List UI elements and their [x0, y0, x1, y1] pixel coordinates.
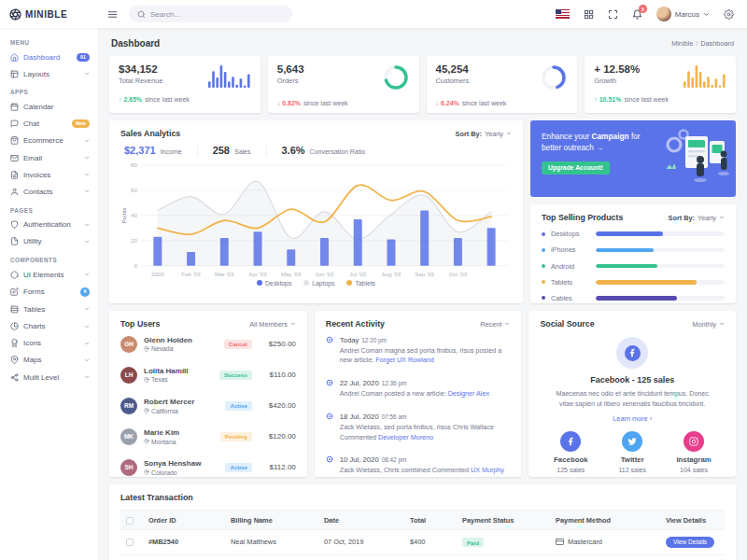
- social-source-title: Social Source: [540, 319, 594, 329]
- activity-link[interactable]: Developer Moreno: [378, 433, 433, 441]
- user-menu[interactable]: Marcus: [656, 7, 710, 21]
- social-filter-dropdown[interactable]: Monthly: [692, 320, 725, 329]
- map-pin-icon: [144, 346, 149, 352]
- sales-sort-dropdown[interactable]: Sort By: Yearly: [456, 130, 512, 138]
- sales-value: 258: [213, 145, 230, 156]
- user-name: Sonya Henshaw: [144, 459, 218, 468]
- sidebar-item-tables[interactable]: Tables: [0, 301, 98, 317]
- view-details-button[interactable]: View Details: [666, 537, 714, 549]
- user-amount: $120.00: [259, 432, 296, 441]
- sidebar-item-ecommerce[interactable]: Ecommerce: [0, 133, 98, 149]
- sidebar-item-multi-level[interactable]: Multi Level: [0, 369, 98, 385]
- chevron-down-icon: [84, 155, 90, 161]
- select-all-checkbox[interactable]: [126, 517, 134, 525]
- legend-desktops[interactable]: Desktops: [257, 280, 291, 287]
- sales-analytics-chart: 020406080Points2003Feb '03Mar '03Apr '03…: [120, 160, 512, 279]
- sidebar-item-charts[interactable]: Charts: [0, 317, 98, 334]
- legend-tablets[interactable]: Tablets: [346, 280, 375, 287]
- sidebar-item-maps[interactable]: Maps: [0, 352, 98, 369]
- activity-link[interactable]: Forget UX Rowland: [375, 356, 434, 364]
- chevron-down-icon: [84, 189, 90, 194]
- file-icon: [10, 237, 19, 245]
- status-badge: Active: [225, 463, 251, 472]
- sidebar-item-label: Calendar: [23, 103, 90, 111]
- search-input[interactable]: [150, 10, 276, 19]
- product-row-iphones: iPhones: [542, 245, 725, 254]
- activity-link[interactable]: UX Murphy: [471, 466, 504, 474]
- sidebar-item-authentication[interactable]: Authentication: [0, 217, 98, 233]
- stat-value: 5,643: [277, 63, 304, 75]
- sidebar-item-email[interactable]: Email: [0, 149, 98, 166]
- sidebar-item-contacts[interactable]: Contacts: [0, 183, 98, 200]
- main-content: Dashboard Minible/Dashboard $34,152 Tota…: [98, 28, 747, 560]
- column-header: Payment Method: [550, 511, 660, 530]
- stat-note: since last week: [462, 100, 506, 106]
- stat-note: since last week: [624, 96, 668, 103]
- top-selling-sort-dropdown[interactable]: Sort By: Yearly: [669, 214, 725, 222]
- apps-grid-icon[interactable]: [584, 9, 594, 20]
- social-source-twitter[interactable]: Twitter112 sales: [601, 431, 663, 473]
- sidebar-item-chat[interactable]: ChatNew: [0, 116, 98, 133]
- svg-text:40: 40: [131, 212, 137, 218]
- billing-name: Jamal Burnett: [225, 554, 318, 560]
- chevron-down-icon: [506, 131, 512, 136]
- sidebar-item-calendar[interactable]: Calendar: [0, 98, 98, 115]
- fullscreen-icon[interactable]: [608, 9, 618, 20]
- user-location: Montana: [144, 439, 214, 445]
- row-checkbox[interactable]: [126, 539, 134, 546]
- settings-gear-icon[interactable]: [724, 9, 734, 20]
- language-flag-icon[interactable]: [556, 9, 570, 19]
- activity-text: Andrei Coman magna sed porta finibus, ri…: [340, 346, 511, 367]
- activity-link[interactable]: Designer Alex: [448, 389, 489, 398]
- recent-activity-filter-dropdown[interactable]: Recent: [480, 320, 510, 329]
- sidebar-item-invoices[interactable]: Invoices: [0, 166, 98, 183]
- svg-text:0: 0: [134, 262, 138, 269]
- user-name: Marcus: [675, 10, 699, 19]
- sidebar-item-utility[interactable]: Utility: [0, 233, 98, 250]
- map-pin-icon: [144, 439, 149, 444]
- activity-body: Today12:20 pmAndrei Coman magna sed port…: [340, 335, 511, 367]
- calendar-icon: [10, 103, 19, 111]
- social-source-name: Facebook: [540, 455, 601, 464]
- order-total: $400: [404, 530, 457, 555]
- chevron-down-icon: [84, 71, 90, 77]
- upgrade-account-button[interactable]: Upgrade Account!: [542, 161, 610, 175]
- facebook-icon: [625, 345, 641, 361]
- learn-more-link[interactable]: Learn more ›: [540, 414, 725, 423]
- latest-transaction-card: Latest Transaction Order IDBilling NameD…: [109, 484, 736, 560]
- chart-legend: DesktopsLaptopsTablets: [120, 280, 512, 287]
- order-total: $380: [404, 554, 457, 560]
- sidebar-badge: 6: [80, 287, 90, 297]
- sidebar-item-dashboard[interactable]: Dashboard01: [0, 49, 98, 65]
- activity-text: Andrei Coman posted a new article: Desig…: [340, 389, 489, 399]
- topbar: MINIBLE 3 Marcus: [0, 0, 747, 28]
- income-value: $2,371: [124, 145, 156, 156]
- svg-text:Sep '03: Sep '03: [415, 271, 434, 277]
- social-source-instagram[interactable]: Instagram104 sales: [663, 431, 725, 473]
- social-source-facebook[interactable]: Facebook125 sales: [540, 431, 601, 473]
- top-users-filter-dropdown[interactable]: All Members: [249, 320, 296, 329]
- menu-toggle-icon[interactable]: [107, 9, 118, 20]
- sidebar-item-ui-elements[interactable]: UI Elements: [0, 266, 98, 283]
- column-header: Total: [404, 511, 457, 530]
- sidebar-item-icons[interactable]: Icons: [0, 335, 98, 352]
- product-progress-fill: [596, 264, 657, 269]
- notifications-bell-icon[interactable]: 3: [632, 9, 642, 20]
- breadcrumb-parent[interactable]: Minible: [671, 39, 693, 48]
- sidebar-item-forms[interactable]: Forms6: [0, 283, 98, 301]
- breadcrumb: Minible/Dashboard: [671, 39, 734, 48]
- product-dot-icon: [542, 296, 545, 300]
- user-avatar: [656, 7, 671, 21]
- product-progress-fill: [596, 248, 654, 253]
- activity-item: 18 Jul, 202007:56 amZack Wietass, sed po…: [326, 405, 511, 449]
- user-row-lolita-hamill: LHLolita HamillTexasSuccess$110.00: [120, 359, 296, 390]
- legend-laptops[interactable]: Laptops: [303, 280, 334, 287]
- social-sources: Facebook125 salesTwitter112 salesInstagr…: [540, 431, 725, 473]
- activity-body: 18 Jul, 202007:56 amZack Wietass, sed po…: [340, 412, 511, 443]
- sidebar-item-label: Icons: [23, 339, 79, 347]
- stat-label: Orders: [277, 77, 304, 85]
- user-row-glenn-holden: GHGlenn HoldenNevadaCancel$250.00: [120, 329, 296, 359]
- svg-text:Points: Points: [121, 208, 127, 224]
- social-source-name: Instagram: [663, 455, 725, 464]
- sidebar-item-layouts[interactable]: Layouts: [0, 65, 98, 82]
